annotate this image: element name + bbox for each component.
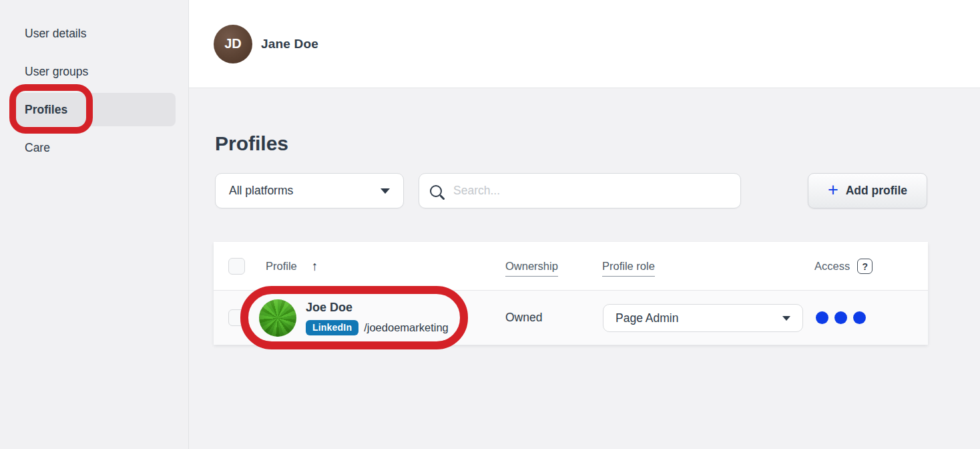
sidebar-item-label: Profiles: [25, 103, 67, 117]
platform-filter-value: All platforms: [229, 184, 293, 198]
settings-sidebar: User details User groups Profiles Care: [0, 0, 189, 449]
add-profile-button[interactable]: + Add profile: [808, 173, 927, 208]
plus-icon: +: [828, 181, 838, 199]
column-header-access: Access ?: [814, 242, 873, 291]
sidebar-item-label: User details: [25, 27, 86, 41]
sidebar-item-user-groups[interactable]: User groups: [11, 55, 176, 88]
avatar-initials: JD: [224, 36, 242, 51]
platform-filter-dropdown[interactable]: All platforms: [215, 173, 404, 208]
chevron-down-icon: [381, 188, 390, 194]
search-input[interactable]: [452, 183, 730, 198]
table-header-row: Profile ↑ Ownership Profile role Access …: [214, 242, 928, 291]
chevron-down-icon: [782, 316, 790, 321]
access-dot: [816, 311, 828, 324]
access-dot: [853, 311, 866, 324]
table-row: Joe Doe LinkedIn /joedoemarketing Owned …: [214, 291, 928, 345]
app-window: User details User groups Profiles Care J…: [0, 0, 980, 449]
access-level-indicator: [816, 291, 866, 345]
profile-avatar: [259, 299, 296, 337]
profile-role-dropdown[interactable]: Page Admin: [603, 304, 803, 332]
column-header-profile[interactable]: Profile ↑: [266, 242, 318, 291]
profile-role-value: Page Admin: [616, 311, 678, 325]
user-header: JD Jane Doe: [189, 0, 980, 88]
page-title: Profiles: [215, 132, 288, 155]
profile-handle: /joedoemarketing: [364, 321, 449, 334]
profile-network-line: LinkedIn /joedoemarketing: [306, 320, 449, 335]
user-name: Jane Doe: [261, 37, 318, 51]
profile-name: Joe Doe: [306, 301, 352, 315]
sort-ascending-icon: ↑: [312, 259, 318, 274]
ownership-value: Owned: [505, 291, 542, 345]
profiles-table: Profile ↑ Ownership Profile role Access …: [214, 242, 928, 345]
sidebar-item-care[interactable]: Care: [11, 131, 176, 164]
profile-search[interactable]: [419, 173, 741, 208]
access-dot: [834, 311, 847, 324]
user-avatar: JD: [214, 25, 252, 63]
search-icon: [430, 185, 442, 197]
row-checkbox[interactable]: [228, 309, 245, 326]
sidebar-item-profiles[interactable]: Profiles: [11, 93, 176, 126]
sidebar-item-label: Care: [25, 141, 50, 155]
column-label: Access: [814, 260, 850, 273]
sidebar-item-label: User groups: [25, 65, 88, 79]
sidebar-item-user-details[interactable]: User details: [11, 17, 176, 50]
linkedin-badge: LinkedIn: [306, 320, 358, 335]
column-header-ownership[interactable]: Ownership: [505, 260, 558, 277]
help-icon[interactable]: ?: [857, 259, 873, 274]
select-all-checkbox[interactable]: [228, 258, 245, 275]
add-profile-label: Add profile: [846, 184, 907, 198]
column-label: Profile: [266, 260, 297, 273]
column-header-profile-role[interactable]: Profile role: [602, 260, 655, 277]
